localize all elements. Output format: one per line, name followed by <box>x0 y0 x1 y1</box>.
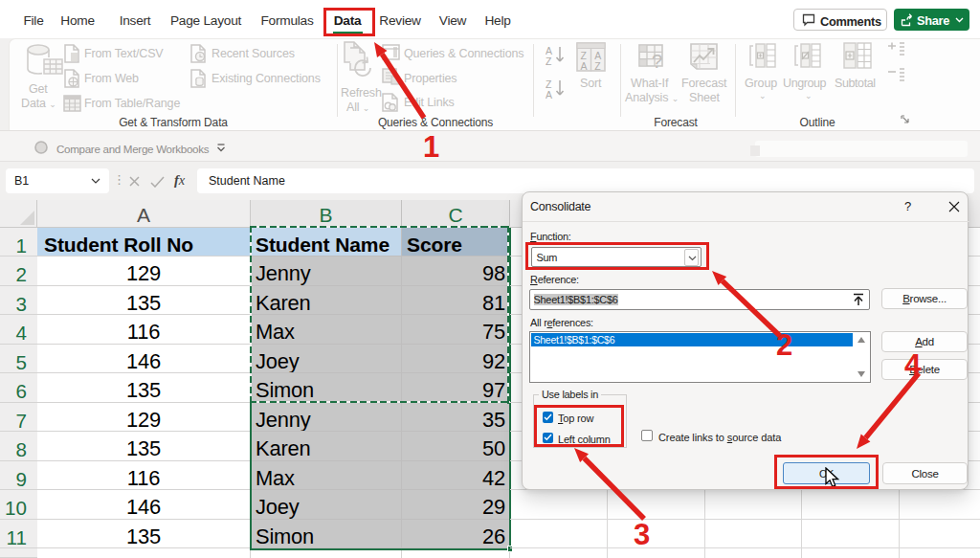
svg-text:Z: Z <box>546 56 552 66</box>
svg-text:?: ? <box>652 51 662 72</box>
svg-text:Z: Z <box>594 60 601 72</box>
svg-text:A: A <box>546 89 552 100</box>
svg-text:A: A <box>581 60 588 72</box>
